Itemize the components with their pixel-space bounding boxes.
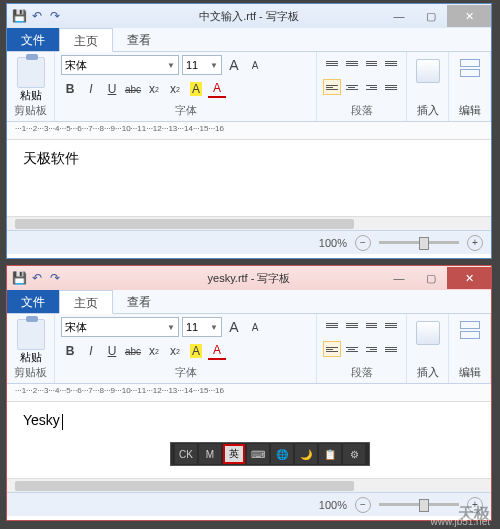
inc-indent-icon[interactable]: [343, 55, 361, 71]
scroll-thumb[interactable]: [15, 219, 354, 229]
tab-file[interactable]: 文件: [7, 28, 59, 51]
undo-icon[interactable]: ↶: [29, 8, 45, 24]
align-center-icon[interactable]: [343, 79, 361, 95]
dec-indent-icon[interactable]: [323, 317, 341, 333]
tab-home[interactable]: 主页: [59, 290, 113, 314]
superscript-button[interactable]: x2: [166, 80, 184, 98]
italic-button[interactable]: I: [82, 342, 100, 360]
ime-clip-icon[interactable]: 📋: [319, 444, 341, 464]
ime-keyboard-icon[interactable]: ⌨: [247, 444, 269, 464]
insert-icon[interactable]: [416, 59, 440, 83]
font-size-select[interactable]: 11▼: [182, 317, 222, 337]
line-spacing-icon[interactable]: [382, 55, 400, 71]
underline-button[interactable]: U: [103, 80, 121, 98]
ime-moon-icon[interactable]: 🌙: [295, 444, 317, 464]
font-size-select[interactable]: 11▼: [182, 55, 222, 75]
document-area[interactable]: Yesky: [7, 402, 491, 478]
horizontal-scrollbar[interactable]: [7, 216, 491, 230]
align-right-icon[interactable]: [363, 341, 381, 357]
list-icon[interactable]: [363, 55, 381, 71]
paste-icon[interactable]: [17, 57, 45, 88]
highlight-button[interactable]: A: [187, 80, 205, 98]
italic-button[interactable]: I: [82, 80, 100, 98]
line-spacing-icon[interactable]: [382, 317, 400, 333]
inc-indent-icon[interactable]: [343, 317, 361, 333]
tab-home[interactable]: 主页: [59, 28, 113, 52]
zoom-slider[interactable]: [379, 241, 459, 244]
tab-view[interactable]: 查看: [113, 28, 165, 51]
ruler[interactable]: ···1···2···3···4···5···6···7···8···9···1…: [7, 384, 491, 402]
status-bar: 100% − +: [7, 230, 491, 254]
undo-icon[interactable]: ↶: [29, 270, 45, 286]
ime-globe-icon[interactable]: 🌐: [271, 444, 293, 464]
paragraph-dialog-icon[interactable]: [382, 341, 400, 357]
subscript-button[interactable]: x2: [145, 80, 163, 98]
grow-font-icon[interactable]: A: [225, 56, 243, 74]
ruler[interactable]: ···1···2···3···4···5···6···7···8···9···1…: [7, 122, 491, 140]
ime-ck-icon[interactable]: CK: [175, 444, 197, 464]
edit-icon[interactable]: [458, 321, 482, 345]
close-button[interactable]: ✕: [447, 267, 491, 289]
clipboard-group: 粘贴 剪贴板: [7, 52, 55, 121]
underline-button[interactable]: U: [103, 342, 121, 360]
subscript-button[interactable]: x2: [145, 342, 163, 360]
titlebar[interactable]: 💾 ↶ ↷ 中文输入.rtf - 写字板 — ▢ ✕: [7, 4, 491, 28]
titlebar[interactable]: 💾 ↶ ↷ yesky.rtf - 写字板 — ▢ ✕: [7, 266, 491, 290]
align-right-icon[interactable]: [363, 79, 381, 95]
bold-button[interactable]: B: [61, 80, 79, 98]
strike-button[interactable]: abc: [124, 342, 142, 360]
dec-indent-icon[interactable]: [323, 55, 341, 71]
align-center-icon[interactable]: [343, 341, 361, 357]
zoom-in-button[interactable]: +: [467, 235, 483, 251]
zoom-level: 100%: [319, 237, 347, 249]
insert-icon[interactable]: [416, 321, 440, 345]
maximize-button[interactable]: ▢: [415, 267, 447, 289]
document-text: Yesky: [23, 412, 60, 428]
highlight-button[interactable]: A: [187, 342, 205, 360]
ime-language-bar[interactable]: CK M 英 ⌨ 🌐 🌙 📋 ⚙: [170, 442, 370, 466]
edit-group: 编辑: [449, 52, 491, 121]
horizontal-scrollbar[interactable]: [7, 478, 491, 492]
scroll-thumb[interactable]: [15, 481, 354, 491]
paragraph-dialog-icon[interactable]: [382, 79, 400, 95]
font-name-select[interactable]: 宋体▼: [61, 317, 179, 337]
zoom-slider[interactable]: [379, 503, 459, 506]
shrink-font-icon[interactable]: A: [246, 318, 264, 336]
ribbon-tabs: 文件 主页 查看: [7, 28, 491, 52]
redo-icon[interactable]: ↷: [47, 8, 63, 24]
minimize-button[interactable]: —: [383, 5, 415, 27]
font-name-select[interactable]: 宋体▼: [61, 55, 179, 75]
grow-font-icon[interactable]: A: [225, 318, 243, 336]
paragraph-group: 段落: [317, 52, 407, 121]
list-icon[interactable]: [363, 317, 381, 333]
watermark-url: www.jb51.net: [431, 516, 490, 527]
ime-settings-icon[interactable]: ⚙: [343, 444, 365, 464]
edit-label: 编辑: [459, 365, 481, 380]
align-left-icon[interactable]: [323, 341, 341, 357]
zoom-out-button[interactable]: −: [355, 235, 371, 251]
strike-button[interactable]: abc: [124, 80, 142, 98]
edit-label: 编辑: [459, 103, 481, 118]
align-left-icon[interactable]: [323, 79, 341, 95]
zoom-level: 100%: [319, 499, 347, 511]
save-icon[interactable]: 💾: [11, 8, 27, 24]
minimize-button[interactable]: —: [383, 267, 415, 289]
paste-icon[interactable]: [17, 319, 45, 350]
font-color-button[interactable]: A: [208, 342, 226, 360]
document-area[interactable]: 天极软件: [7, 140, 491, 216]
edit-icon[interactable]: [458, 59, 482, 83]
save-icon[interactable]: 💾: [11, 270, 27, 286]
bold-button[interactable]: B: [61, 342, 79, 360]
maximize-button[interactable]: ▢: [415, 5, 447, 27]
shrink-font-icon[interactable]: A: [246, 56, 264, 74]
ime-m-icon[interactable]: M: [199, 444, 221, 464]
ime-lang-toggle[interactable]: 英: [223, 444, 245, 464]
redo-icon[interactable]: ↷: [47, 270, 63, 286]
zoom-out-button[interactable]: −: [355, 497, 371, 513]
font-group: 宋体▼ 11▼ A A B I U abc x2 x2 A A 字体: [55, 52, 317, 121]
tab-file[interactable]: 文件: [7, 290, 59, 313]
superscript-button[interactable]: x2: [166, 342, 184, 360]
close-button[interactable]: ✕: [447, 5, 491, 27]
tab-view[interactable]: 查看: [113, 290, 165, 313]
font-color-button[interactable]: A: [208, 80, 226, 98]
